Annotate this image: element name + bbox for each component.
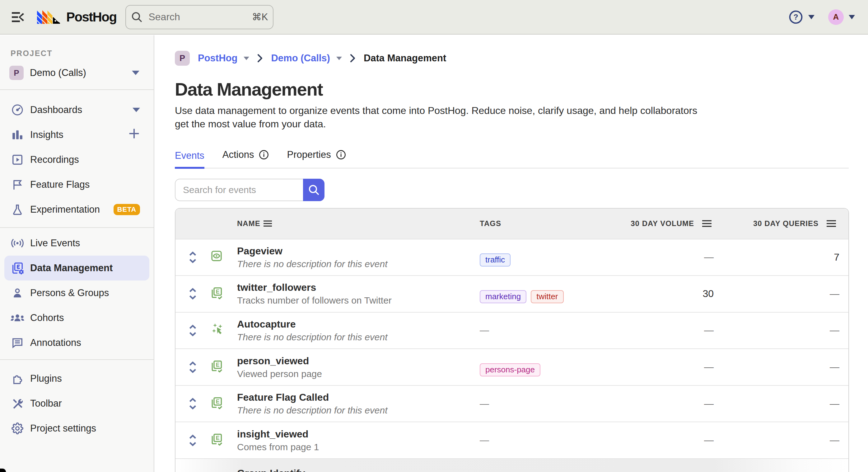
svg-text:?: ?: [793, 13, 798, 21]
svg-text:E: E: [216, 399, 220, 405]
svg-text:E: E: [216, 435, 220, 441]
svg-text:E: E: [216, 362, 220, 368]
svg-text:E: E: [216, 289, 220, 295]
